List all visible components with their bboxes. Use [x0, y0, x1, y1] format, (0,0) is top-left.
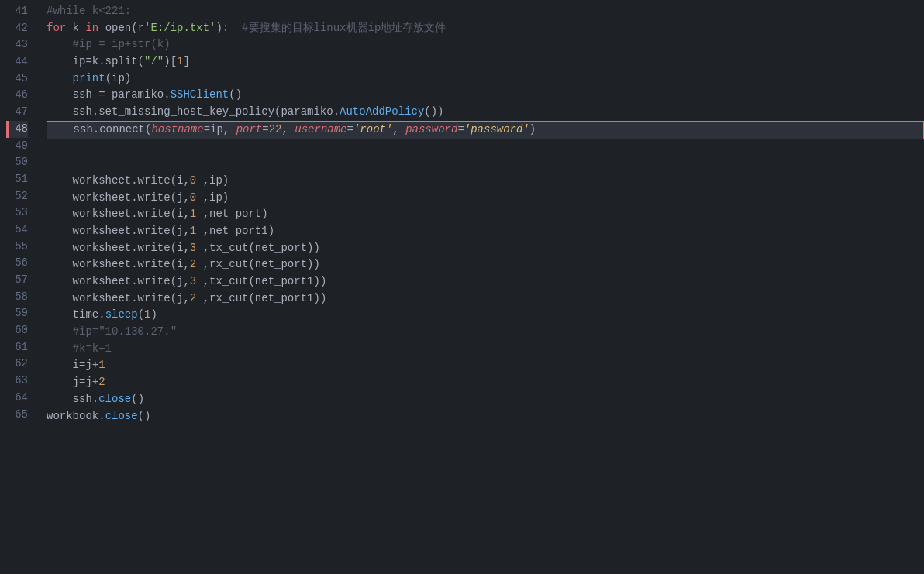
line-num-42: 42: [6, 20, 28, 37]
line-num-65: 65: [6, 407, 28, 424]
code-line-63: j=j+2: [47, 374, 924, 391]
code-line-57: worksheet.write(j,3 ,tx_cut(net_port1)): [47, 273, 924, 290]
line-num-63: 63: [6, 373, 28, 390]
line-num-54: 54: [6, 222, 28, 239]
code-line-52: worksheet.write(j,0 ,ip): [47, 190, 924, 207]
line-num-41: 41: [6, 3, 28, 20]
line-num-55: 55: [6, 239, 28, 256]
code-line-42: for k in open(r'E:/ip.txt'): #要搜集的目标linu…: [47, 20, 924, 37]
line-num-52: 52: [6, 188, 28, 205]
code-line-54: worksheet.write(j,1 ,net_port1): [47, 223, 924, 240]
code-line-55: worksheet.write(i,3 ,tx_cut(net_port)): [47, 240, 924, 257]
line-num-43: 43: [6, 36, 28, 53]
code-line-53: worksheet.write(i,1 ,net_port): [47, 206, 924, 223]
line-num-62: 62: [6, 356, 28, 373]
code-line-61: #k=k+1: [47, 341, 924, 358]
line-num-46: 46: [6, 87, 28, 104]
code-line-56: worksheet.write(i,2 ,rx_cut(net_port)): [47, 256, 924, 273]
line-num-58: 58: [6, 289, 28, 306]
code-line-49: [47, 139, 924, 156]
code-line-46: ssh = paramiko.SSHClient(): [47, 87, 924, 104]
line-num-61: 61: [6, 339, 28, 356]
line-num-45: 45: [6, 70, 28, 88]
line-num-48: 48: [6, 121, 28, 138]
code-line-64: ssh.close(): [47, 391, 924, 408]
line-num-64: 64: [6, 390, 28, 407]
line-num-53: 53: [6, 205, 28, 222]
line-num-59: 59: [6, 305, 28, 322]
line-num-49: 49: [6, 138, 28, 155]
line-numbers: 41 42 43 44 45 46 47 48 49 50 51 52 53 5…: [0, 3, 40, 574]
line-num-47: 47: [6, 104, 28, 121]
code-line-45: print(ip): [47, 70, 924, 88]
code-line-59: time.sleep(1): [47, 307, 924, 324]
code-line-44: ip=k.split("/")[1]: [47, 53, 924, 70]
line-num-50: 50: [6, 154, 28, 171]
code-line-50: [47, 156, 924, 173]
line-num-51: 51: [6, 171, 28, 188]
line-num-44: 44: [6, 53, 28, 70]
code-editor: 41 42 43 44 45 46 47 48 49 50 51 52 53 5…: [0, 0, 924, 574]
code-line-47: ssh.set_missing_host_key_policy(paramiko…: [47, 104, 924, 121]
line-num-56: 56: [6, 255, 28, 272]
code-line-65: workbook.close(): [47, 408, 924, 425]
code-line-60: #ip="10.130.27.": [47, 324, 924, 341]
code-line-58: worksheet.write(j,2 ,rx_cut(net_port1)): [47, 290, 924, 308]
line-num-57: 57: [6, 272, 28, 289]
code-line-51: worksheet.write(i,0 ,ip): [47, 173, 924, 190]
line-num-60: 60: [6, 322, 28, 339]
code-line-43: #ip = ip+str(k): [47, 36, 924, 53]
code-line-41: #while k<221:: [47, 3, 924, 20]
code-line-62: i=j+1: [47, 357, 924, 374]
code-content: #while k<221: for k in open(r'E:/ip.txt'…: [40, 3, 924, 574]
code-line-48: ssh.connect(hostname=ip, port=22, userna…: [47, 121, 924, 139]
